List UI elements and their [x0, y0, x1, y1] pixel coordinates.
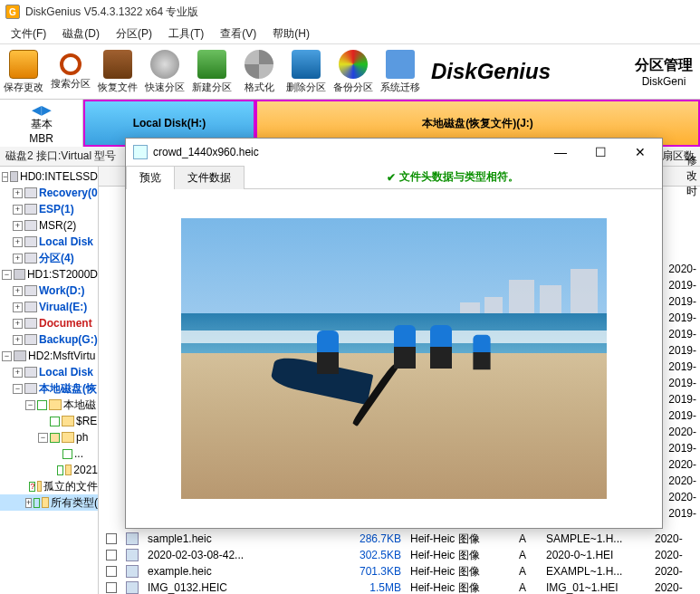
- file-shortname: SAMPLE~1.H...: [546, 532, 646, 545]
- nav-arrows-icon[interactable]: ◀▶: [32, 102, 52, 117]
- expand-icon[interactable]: +: [13, 254, 23, 263]
- expand-icon[interactable]: +: [13, 335, 23, 345]
- expand-icon[interactable]: +: [13, 368, 23, 378]
- checkbox-icon[interactable]: [37, 400, 47, 410]
- preview-titlebar[interactable]: crowd_1440x960.heic — ☐ ✕: [126, 139, 662, 166]
- menu-view[interactable]: 查看(V): [213, 24, 264, 43]
- checkbox-icon[interactable]: [106, 566, 117, 577]
- expand-icon[interactable]: +: [13, 286, 23, 296]
- tab-preview[interactable]: 预览: [126, 166, 175, 189]
- tree-item[interactable]: +Document: [0, 315, 98, 331]
- disk-basic-info[interactable]: ◀▶ 基本 MBR: [0, 100, 83, 147]
- file-type: Heif-Heic 图像: [410, 532, 510, 547]
- tree-item[interactable]: −ph: [0, 429, 98, 446]
- expand-icon[interactable]: +: [13, 205, 23, 215]
- collapse-icon[interactable]: −: [13, 384, 23, 394]
- date-cell: 2020-: [662, 491, 700, 507]
- checkbox-icon[interactable]: [34, 498, 40, 508]
- preview-tabbar: 预览 文件数据 ✔ 文件头数据与类型相符。: [126, 166, 662, 189]
- menu-help[interactable]: 帮助(H): [265, 24, 317, 43]
- checkbox-icon[interactable]: [106, 533, 117, 544]
- date-cell: 2019-: [662, 409, 700, 426]
- tree-item[interactable]: $RE: [0, 413, 98, 429]
- tree-item[interactable]: +分区(4): [0, 250, 98, 266]
- file-type: Heif-Heic 图像: [410, 564, 510, 580]
- expand-icon[interactable]: +: [13, 188, 23, 198]
- tab-filedata[interactable]: 文件数据: [174, 166, 245, 189]
- tree-item[interactable]: +Local Disk: [0, 234, 98, 250]
- pie-icon: [245, 50, 273, 79]
- checkbox-icon[interactable]: [62, 449, 72, 459]
- tool-backup[interactable]: 备份分区: [330, 45, 377, 98]
- checkbox-icon[interactable]: [106, 550, 117, 560]
- volume-icon: [24, 220, 37, 231]
- tree-item[interactable]: +ESP(1): [0, 201, 98, 217]
- tool-quick[interactable]: 快速分区: [141, 45, 188, 98]
- tool-delete[interactable]: 删除分区: [283, 45, 330, 98]
- date-cell: 2019-: [662, 442, 700, 458]
- checkbox-icon[interactable]: [50, 433, 60, 443]
- tree-hd1[interactable]: −HD1:ST2000D: [0, 266, 98, 283]
- collapse-icon[interactable]: −: [25, 400, 35, 410]
- menu-tools[interactable]: 工具(T): [161, 24, 211, 43]
- collapse-icon[interactable]: −: [2, 172, 8, 182]
- folder-icon: [49, 399, 62, 410]
- file-size: 1.5MB: [338, 581, 401, 594]
- file-row[interactable]: example.heic701.3KBHeif-Heic 图像AEXAMPL~1…: [99, 563, 700, 580]
- titlebar: G DiskGenius V5.4.3.1322 x64 专业版: [0, 0, 700, 24]
- expand-icon[interactable]: +: [13, 237, 23, 247]
- tree-item[interactable]: +MSR(2): [0, 217, 98, 234]
- menu-partition[interactable]: 分区(P): [109, 24, 159, 43]
- tool-new[interactable]: 新建分区: [188, 45, 235, 98]
- window-title: DiskGenius V5.4.3.1322 x64 专业版: [25, 5, 198, 20]
- tool-migrate[interactable]: 系统迁移: [377, 45, 424, 98]
- close-button[interactable]: ✕: [620, 139, 660, 165]
- maximize-button[interactable]: ☐: [580, 139, 620, 165]
- volume-icon: [24, 302, 37, 312]
- tool-format[interactable]: 格式化: [235, 45, 283, 98]
- expand-icon[interactable]: +: [13, 319, 23, 329]
- file-date: 2020-: [655, 532, 700, 545]
- tree-hd2[interactable]: −HD2:MsftVirtu: [0, 348, 98, 364]
- preview-image-area: [126, 189, 662, 528]
- recover-icon: [103, 50, 132, 79]
- tree-item-selected[interactable]: +所有类型(: [0, 494, 98, 511]
- checkbox-icon[interactable]: [57, 465, 62, 475]
- tree-item[interactable]: +Work(D:): [0, 283, 98, 299]
- tree-hd0[interactable]: −HD0:INTELSSD: [0, 168, 98, 185]
- tree-item[interactable]: −本地磁: [0, 397, 98, 413]
- preview-window[interactable]: crowd_1440x960.heic — ☐ ✕ 预览 文件数据 ✔ 文件头数…: [125, 138, 663, 529]
- tree-item[interactable]: ?孤立的文件: [0, 478, 98, 494]
- minimize-button[interactable]: —: [541, 139, 580, 165]
- checkbox-icon[interactable]: ?: [29, 482, 35, 492]
- collapse-icon[interactable]: −: [2, 351, 12, 361]
- tree-item[interactable]: +Local Disk: [0, 364, 98, 380]
- file-row[interactable]: sample1.heic286.7KBHeif-Heic 图像ASAMPLE~1…: [99, 531, 700, 547]
- expand-icon[interactable]: +: [13, 302, 23, 312]
- app-icon: G: [5, 5, 20, 19]
- collapse-icon[interactable]: −: [38, 433, 48, 443]
- file-row[interactable]: 2020-02-03-08-42...302.5KBHeif-Heic 图像A2…: [99, 547, 700, 563]
- checkbox-icon[interactable]: [106, 582, 117, 593]
- tree-item[interactable]: +Backup(G:): [0, 331, 98, 348]
- tree-item[interactable]: +Recovery(0: [0, 185, 98, 201]
- delete-icon: [292, 50, 321, 79]
- tree-item[interactable]: +Virual(E:): [0, 299, 98, 315]
- tree-item[interactable]: 2021: [0, 462, 98, 478]
- checkmark-icon: ✔: [387, 171, 396, 184]
- tool-search[interactable]: 搜索分区: [47, 45, 94, 98]
- collapse-icon[interactable]: −: [2, 270, 12, 280]
- checkbox-icon[interactable]: [50, 417, 60, 426]
- tree-item[interactable]: ...: [0, 446, 98, 462]
- disk-tree[interactable]: −HD0:INTELSSD +Recovery(0+ESP(1)+MSR(2)+…: [0, 167, 99, 594]
- expand-icon[interactable]: +: [13, 221, 23, 231]
- migrate-icon: [386, 50, 415, 79]
- menu-disk[interactable]: 磁盘(D): [55, 24, 107, 43]
- volume-icon: [24, 187, 37, 198]
- expand-icon[interactable]: +: [25, 498, 32, 508]
- tool-save[interactable]: 保存更改: [0, 45, 47, 98]
- menu-file[interactable]: 文件(F): [4, 24, 53, 43]
- tool-recover[interactable]: 恢复文件: [94, 45, 141, 98]
- tree-item[interactable]: −本地磁盘(恢: [0, 380, 98, 397]
- file-row[interactable]: IMG_0132.HEIC1.5MBHeif-Heic 图像AIMG_01~1.…: [99, 580, 700, 594]
